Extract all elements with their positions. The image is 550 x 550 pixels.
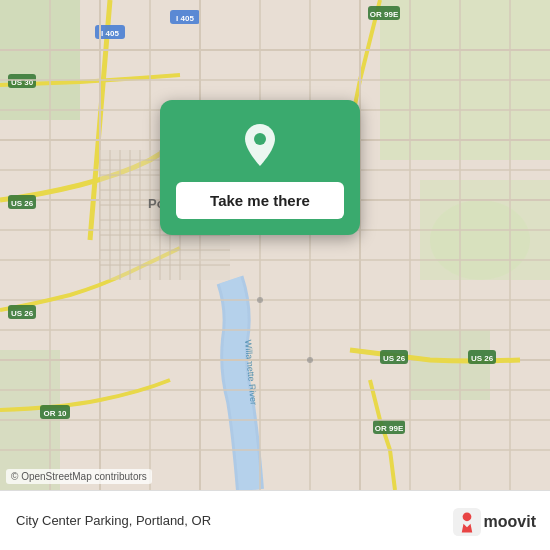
svg-point-72: [254, 133, 266, 145]
svg-text:OR 99E: OR 99E: [370, 10, 399, 19]
moovit-icon: [453, 508, 481, 536]
location-label: City Center Parking, Portland, OR: [16, 513, 211, 528]
svg-text:OR 99E: OR 99E: [375, 424, 404, 433]
moovit-logo: moovit: [453, 508, 536, 536]
svg-text:OR 10: OR 10: [43, 409, 67, 418]
take-me-there-button[interactable]: Take me there: [176, 182, 344, 219]
moovit-label: moovit: [484, 513, 536, 531]
svg-point-69: [257, 297, 263, 303]
location-pin-icon: [235, 120, 285, 170]
svg-text:I 405: I 405: [101, 29, 119, 38]
svg-rect-1: [0, 0, 80, 120]
map-container: Willamette River I 405 US 30 OR 99E OR 9…: [0, 0, 550, 490]
svg-point-74: [462, 512, 471, 521]
svg-point-6: [430, 200, 530, 280]
svg-text:US 26: US 26: [383, 354, 406, 363]
svg-text:US 26: US 26: [11, 309, 34, 318]
svg-text:US 26: US 26: [11, 199, 34, 208]
svg-point-70: [307, 357, 313, 363]
svg-text:US 26: US 26: [471, 354, 494, 363]
popup-card: Take me there: [160, 100, 360, 235]
osm-credit: © OpenStreetMap contributors: [6, 469, 152, 484]
bottom-bar: City Center Parking, Portland, OR moovit: [0, 490, 550, 550]
svg-text:I 405: I 405: [176, 14, 194, 23]
